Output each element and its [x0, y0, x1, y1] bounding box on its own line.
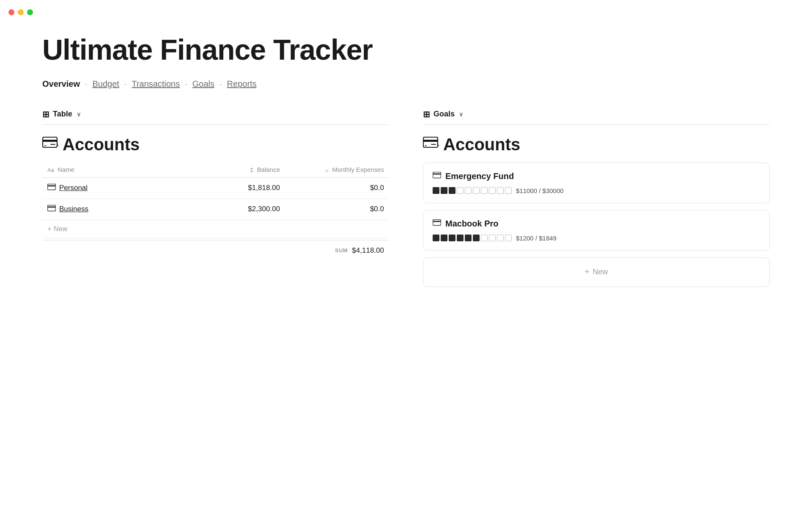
balance-col-icon: Σ [250, 167, 254, 173]
account-monthly-cell: $0.0 [285, 177, 389, 199]
nav-sep-3: · [185, 79, 187, 89]
progress-square [497, 187, 504, 194]
progress-square [481, 187, 488, 194]
main-content: Ultimate Finance Tracker Overview · Budg… [0, 0, 812, 312]
progress-square [449, 235, 455, 241]
left-accounts-heading: Accounts [42, 135, 389, 154]
goal-card-title: Macbook Pro [433, 219, 760, 229]
goal-card-name: Emergency Fund [445, 171, 514, 181]
progress-square [489, 235, 496, 241]
account-monthly-cell: $0.0 [285, 199, 389, 220]
right-accounts-title: Accounts [443, 135, 520, 154]
goal-progress-text: $11000 / $30000 [516, 187, 564, 194]
table-row[interactable]: Business $2,300.00 $0.0 [42, 199, 389, 220]
svg-rect-5 [48, 206, 56, 207]
account-balance-cell: $1,818.00 [181, 177, 285, 199]
svg-rect-3 [48, 185, 56, 186]
table-view-label: Table [53, 110, 72, 119]
monthly-col-icon: ⌕ [325, 167, 329, 173]
left-panel: ⊞ Table ∨ Accounts [42, 109, 389, 287]
name-col-icon: Aa [47, 167, 54, 173]
sum-label: SUM [335, 247, 348, 254]
progress-square [473, 187, 480, 194]
svg-rect-1 [43, 140, 57, 142]
tab-budget[interactable]: Budget [93, 79, 119, 89]
tab-reports[interactable]: Reports [227, 79, 257, 89]
col-header-balance: Σ Balance [181, 163, 285, 178]
accounts-table: Aa Name Σ Balance ⌕ Monthly Expenses [42, 163, 389, 220]
new-goal-label: New [593, 268, 608, 276]
progress-square [433, 235, 439, 241]
page-title: Ultimate Finance Tracker [42, 34, 770, 66]
progress-square [441, 235, 447, 241]
new-goal-card[interactable]: + New [423, 257, 770, 287]
account-row-icon [47, 205, 56, 214]
svg-rect-10 [433, 219, 441, 225]
progress-square [473, 235, 480, 241]
col-header-name: Aa Name [42, 163, 181, 178]
sum-value: $4,118.00 [352, 246, 384, 255]
svg-rect-4 [48, 205, 56, 211]
goal-card[interactable]: Emergency Fund $11000 / $30000 [423, 163, 770, 203]
table-row[interactable]: Personal $1,818.00 $0.0 [42, 177, 389, 199]
minimize-button[interactable] [18, 9, 24, 15]
maximize-button[interactable] [27, 9, 33, 15]
table-chevron-icon: ∨ [77, 111, 81, 118]
progress-square [489, 187, 496, 194]
goal-card-icon [433, 219, 441, 228]
progress-square [481, 235, 488, 241]
progress-squares [433, 187, 512, 194]
goal-cards-container: Emergency Fund $11000 / $30000 Macbook P… [423, 163, 770, 251]
tab-overview[interactable]: Overview [42, 79, 80, 89]
goal-card[interactable]: Macbook Pro $1200 / $1849 [423, 210, 770, 251]
new-goal-plus-icon: + [585, 268, 590, 276]
progress-square [433, 187, 439, 194]
svg-rect-8 [433, 172, 441, 178]
goal-card-name: Macbook Pro [445, 219, 499, 229]
tab-transactions[interactable]: Transactions [132, 79, 180, 89]
progress-square [457, 235, 464, 241]
col-header-monthly: ⌕ Monthly Expenses [285, 163, 389, 178]
table-view-header[interactable]: ⊞ Table ∨ [42, 109, 389, 125]
goal-card-icon [433, 172, 441, 181]
goals-view-label: Goals [433, 110, 455, 119]
account-name-cell[interactable]: Personal [42, 177, 181, 199]
goal-card-title: Emergency Fund [433, 171, 760, 181]
account-balance-cell: $2,300.00 [181, 199, 285, 220]
new-account-plus-icon: + [47, 225, 51, 233]
progress-square [505, 235, 512, 241]
account-row-icon [47, 184, 56, 193]
goals-view-icon: ⊞ [423, 109, 430, 119]
close-button[interactable] [8, 9, 14, 15]
account-name-cell[interactable]: Business [42, 199, 181, 220]
goal-progress-area: $1200 / $1849 [433, 235, 760, 242]
nav-sep-1: · [85, 79, 88, 89]
right-accounts-heading: Accounts [423, 135, 770, 154]
traffic-lights [0, 0, 41, 25]
progress-square [505, 187, 512, 194]
new-account-row[interactable]: + New [42, 220, 389, 238]
table-view-icon: ⊞ [42, 109, 49, 119]
svg-rect-2 [48, 184, 56, 190]
svg-rect-7 [423, 140, 438, 142]
progress-square [457, 187, 464, 194]
progress-squares [433, 235, 512, 241]
progress-square [497, 235, 504, 241]
svg-rect-9 [433, 173, 441, 174]
progress-square [465, 187, 472, 194]
tab-goals[interactable]: Goals [192, 79, 214, 89]
right-accounts-icon [423, 135, 439, 153]
goals-view-header[interactable]: ⊞ Goals ∨ [423, 109, 770, 125]
left-accounts-icon [42, 135, 58, 153]
progress-square [449, 187, 455, 194]
right-panel: ⊞ Goals ∨ Accounts [423, 109, 770, 287]
goal-progress-text: $1200 / $1849 [516, 235, 557, 242]
new-account-label: New [54, 225, 67, 233]
goal-progress-area: $11000 / $30000 [433, 187, 760, 194]
nav-sep-4: · [219, 79, 222, 89]
left-accounts-title: Accounts [63, 135, 140, 154]
sum-row: SUM $4,118.00 [42, 240, 389, 261]
progress-square [465, 235, 472, 241]
goals-chevron-icon: ∨ [459, 111, 463, 118]
two-column-layout: ⊞ Table ∨ Accounts [42, 109, 770, 287]
